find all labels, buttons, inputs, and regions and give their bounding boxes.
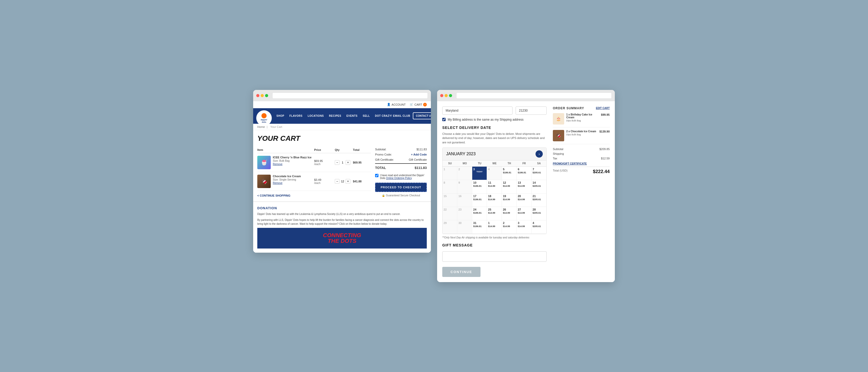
cal-cell-15: 15 xyxy=(442,193,457,207)
address-bar-left[interactable] xyxy=(272,92,428,99)
close-dot-r[interactable] xyxy=(440,94,443,97)
checkout-button[interactable]: PROCEED TO CHECKOUT xyxy=(375,183,427,192)
browser-dots-right xyxy=(440,94,452,97)
item-image-2: 🍫 xyxy=(257,175,271,188)
maximize-dot[interactable] xyxy=(265,94,268,97)
cal-cell-9: 9 xyxy=(457,180,472,193)
order-total-row: Total (USD) $222.44 xyxy=(553,167,610,175)
cal-cell-11[interactable]: 11$14.99 xyxy=(487,180,502,193)
gift-title: GIFT MESSAGE xyxy=(442,243,547,247)
state-input[interactable] xyxy=(442,106,513,115)
agreement-checkbox[interactable] xyxy=(375,174,378,177)
day-header-tu: TU xyxy=(472,160,487,167)
banner-line-2: THE DOTS xyxy=(328,238,356,244)
cal-cell-21[interactable]: 21$205.61 xyxy=(532,193,547,207)
nav-sell[interactable]: SELL xyxy=(360,111,373,120)
nav-recipes[interactable]: RECIPES xyxy=(327,111,344,120)
nav-shop[interactable]: SHOP xyxy=(274,111,287,120)
qty-decrease-1[interactable]: − xyxy=(335,160,339,165)
gift-message-input[interactable] xyxy=(442,251,547,262)
close-dot[interactable] xyxy=(256,94,259,97)
cal-cell-14[interactable]: 14$205.61 xyxy=(532,180,547,193)
nav-locations[interactable]: LOCATIONS xyxy=(305,111,327,120)
delivery-section-desc: Choose a date you would like your Dippin… xyxy=(442,132,547,145)
left-browser-window: 👤 ACCOUNT 🛒 CART 2 dippin'dots xyxy=(253,90,431,253)
promo-label: Promo Code: xyxy=(375,153,392,156)
nav-email[interactable]: DOT CRAZY! EMAIL CLUB xyxy=(373,111,413,120)
order-subtotal-row: Subtotal $209.85 xyxy=(553,147,610,151)
zip-input[interactable] xyxy=(516,106,547,115)
cart-badge: 2 xyxy=(423,103,427,106)
summary-gift: Gift Certificate: Gift Certificate xyxy=(375,157,427,162)
billing-checkbox[interactable] xyxy=(442,118,445,121)
order-item-name-2: 2 x Chocolate Ice Cream xyxy=(566,130,597,133)
minimize-dot[interactable] xyxy=(261,94,264,97)
continue-button[interactable]: CONTINUE xyxy=(442,267,480,277)
calendar-note: **Only Next Day Air shipping is availabl… xyxy=(442,236,547,239)
cal-cell-20[interactable]: 20$14.99 xyxy=(517,193,531,207)
cart-body: YOUR CART Item Price Qty Total xyxy=(253,130,431,201)
breadcrumb: Home | Your Cart xyxy=(253,124,431,130)
remove-item-2[interactable]: Remove xyxy=(273,182,301,184)
cal-cell-28[interactable]: 28$205.61 xyxy=(532,207,547,220)
qty-decrease-2[interactable]: − xyxy=(335,179,339,184)
browser-content-right: My Billing address is the same as my Shi… xyxy=(437,101,615,282)
cal-cell-18[interactable]: 18$14.99 xyxy=(487,193,502,207)
cal-cell-13[interactable]: 13$14.99 xyxy=(517,180,531,193)
cal-cell-6[interactable]: 6$186.81 xyxy=(517,167,531,180)
billing-same-row: My Billing address is the same as my Shi… xyxy=(442,118,547,121)
day-header-su: SU xyxy=(442,160,457,167)
contact-button[interactable]: CONTACT US xyxy=(413,113,431,119)
order-shipping-row: Shipping xyxy=(553,151,610,156)
calendar-next-btn[interactable]: › xyxy=(535,150,543,158)
continue-shopping-link[interactable]: < CONTINUE SHOPPING xyxy=(257,194,371,197)
qty-increase-1[interactable]: + xyxy=(346,160,350,165)
col-item: Item xyxy=(257,148,314,151)
edit-cart-link[interactable]: EDIT CART xyxy=(596,107,610,110)
cal-cell-today[interactable]: 3 xyxy=(472,167,487,180)
main-nav: dippin'dots SHOP FLAVORS LOCATIONS RECIP… xyxy=(253,108,431,124)
gift-label: Gift Certificate: xyxy=(375,158,394,161)
subtotal-value: $111.83 xyxy=(416,148,427,151)
qty-increase-2[interactable]: + xyxy=(346,179,350,184)
cal-cell-5[interactable]: 5$186.81 xyxy=(502,167,517,180)
donation-text-2: By partnering with LLS, Dippin' Dots hop… xyxy=(257,218,427,226)
cal-cell-12[interactable]: 12$14.99 xyxy=(502,180,517,193)
price-each-2: /each xyxy=(314,182,320,184)
cal-cell-24[interactable]: 24$186.81 xyxy=(472,207,487,220)
subtotal-label: Subtotal: xyxy=(375,148,386,151)
cal-cell-feb2[interactable]: 2$14.99 xyxy=(502,220,517,234)
minimize-dot-r[interactable] xyxy=(444,94,448,97)
cal-cell-empty-2: 2 xyxy=(457,167,472,180)
order-item-details-2: 2 x Chocolate Ice Cream Dips Bulk Bag xyxy=(566,130,597,141)
address-bar-right[interactable] xyxy=(456,92,612,99)
nav-events[interactable]: EVENTS xyxy=(344,111,360,120)
promo-cert-link[interactable]: PROMO/GIFT CERTIFICATE xyxy=(553,162,610,165)
top-nav-bar: 👤 ACCOUNT 🛒 CART 2 xyxy=(253,101,431,108)
cal-cell-17[interactable]: 17$186.81 xyxy=(472,193,487,207)
checkout-main: My Billing address is the same as my Shi… xyxy=(442,106,547,277)
cal-cell-25[interactable]: 25$14.99 xyxy=(487,207,502,220)
order-item-img-1: 🎂 xyxy=(553,113,564,125)
cart-nav-item[interactable]: 🛒 CART 2 xyxy=(410,103,427,106)
cal-cell-27[interactable]: 27$14.99 xyxy=(517,207,531,220)
cal-cell-19[interactable]: 19$14.99 xyxy=(502,193,517,207)
cal-cell-31[interactable]: 31$186.81 xyxy=(472,220,487,234)
account-nav-item[interactable]: 👤 ACCOUNT xyxy=(387,103,406,106)
nav-flavors[interactable]: FLAVORS xyxy=(287,111,305,120)
ordering-policy-link[interactable]: Online Ordering Policy xyxy=(386,177,412,180)
cal-cell-10[interactable]: 10$186.81 xyxy=(472,180,487,193)
order-tax-value: $12.59 xyxy=(601,157,610,160)
item-name-1: ICEE Cherry 'n Blue Razz Ice xyxy=(273,156,312,159)
checkout-body: My Billing address is the same as my Shi… xyxy=(437,101,615,282)
logo[interactable]: dippin'dots xyxy=(256,110,272,126)
cal-cell-26[interactable]: 26$14.99 xyxy=(502,207,517,220)
remove-item-1[interactable]: Remove xyxy=(273,163,312,165)
day-header-we: WE xyxy=(487,160,502,167)
maximize-dot-r[interactable] xyxy=(449,94,452,97)
cal-cell-feb1[interactable]: 1$14.99 xyxy=(487,220,502,234)
cal-cell-7[interactable]: 7$205.61 xyxy=(532,167,547,180)
promo-add-link[interactable]: + Add Code xyxy=(411,153,427,156)
cal-cell-feb3[interactable]: 3$14.99 xyxy=(517,220,531,234)
cal-cell-feb4[interactable]: 4$205.61 xyxy=(532,220,547,234)
